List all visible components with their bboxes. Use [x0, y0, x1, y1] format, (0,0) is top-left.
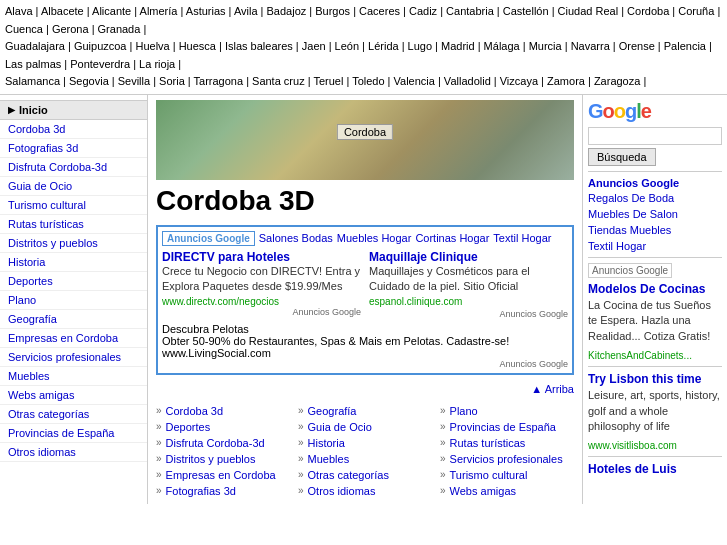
right-ad4-title[interactable]: Hoteles de Luis [588, 462, 722, 476]
right-ad-textil[interactable]: Textil Hogar [588, 240, 722, 252]
arriba-link[interactable]: ▲ Arriba [156, 383, 574, 395]
sidebar-item-otras[interactable]: Otras categorías [0, 405, 147, 424]
links-col-3: Plano Provincias de España Rutas turísti… [440, 403, 574, 499]
divider-2 [588, 257, 722, 258]
right-ad3-body: Leisure, art, sports, history, golf and … [588, 388, 722, 434]
divider-1 [588, 171, 722, 172]
link-muebles[interactable]: Muebles [298, 451, 432, 467]
ad2-body: Maquillajes y Cosméticos para el Cuidado… [369, 265, 530, 292]
right-ad-muebles-salon[interactable]: Muebles De Salon [588, 208, 722, 220]
ad3-url: www.LivingSocial.com [162, 347, 271, 359]
links-col-1: Cordoba 3d Deportes Disfruta Cordoba-3d … [156, 403, 290, 499]
hero-city-label: Cordoba [337, 124, 393, 140]
link-cordoba3d[interactable]: Cordoba 3d [156, 403, 290, 419]
link-guiaocio[interactable]: Guia de Ocio [298, 419, 432, 435]
link-historia[interactable]: Historia [298, 435, 432, 451]
ads-header: Anuncios Google Salones Bodas Muebles Ho… [162, 231, 568, 246]
sidebar-item-webs[interactable]: Webs amigas [0, 386, 147, 405]
link-webs[interactable]: Webs amigas [440, 483, 574, 499]
sidebar-item-disfruta[interactable]: Disfruta Cordoba-3d [0, 158, 147, 177]
link-deportes[interactable]: Deportes [156, 419, 290, 435]
sidebar-item-empresas[interactable]: Empresas en Cordoba [0, 329, 147, 348]
ad1-url: www.directv.com/negocios [162, 296, 279, 307]
divider-3 [588, 366, 722, 367]
sidebar-item-fotografias3d[interactable]: Fotografias 3d [0, 139, 147, 158]
sidebar-item-historia[interactable]: Historia [0, 253, 147, 272]
ads-link-cortinas[interactable]: Cortinas Hogar [415, 232, 489, 244]
ad-col-2: Maquillaje Clinique Maquillajes y Cosmét… [369, 250, 568, 319]
link-geografia[interactable]: Geografía [298, 403, 432, 419]
ad1-anuncios-small: Anuncios Google [162, 307, 361, 317]
sidebar-item-distritos[interactable]: Distritos y pueblos [0, 234, 147, 253]
right-ad2-body: La Cocina de tus Sueños te Espera. Hazla… [588, 298, 722, 344]
google-logo: Google [588, 100, 722, 123]
arrow-icon: ▶ [8, 105, 15, 115]
ad-col-1: DIRECTV para Hoteles Crece tu Negocio co… [162, 250, 361, 319]
link-servicios[interactable]: Servicios profesionales [440, 451, 574, 467]
links-col-2: Geografía Guia de Ocio Historia Muebles … [298, 403, 432, 499]
top-nav: Alava | Albacete | Alicante | Almería | … [0, 0, 727, 95]
sidebar: ▶ Inicio Cordoba 3d Fotografias 3d Disfr… [0, 95, 148, 504]
link-disfruta[interactable]: Disfruta Cordoba-3d [156, 435, 290, 451]
link-turismo[interactable]: Turismo cultural [440, 467, 574, 483]
right-ad3-url: www.visitlisboa.com [588, 440, 722, 451]
google-search-box: Búsqueda [588, 127, 722, 166]
sidebar-item-guiaocio[interactable]: Guia de Ocio [0, 177, 147, 196]
sidebar-item-otros-idiomas[interactable]: Otros idiomas [0, 443, 147, 462]
sidebar-item-plano[interactable]: Plano [0, 291, 147, 310]
sidebar-item-deportes[interactable]: Deportes [0, 272, 147, 291]
right-sidebar: Google Búsqueda Anuncios Google Regalos … [582, 95, 727, 504]
right-ad2-url: KitchensAndCabinets... [588, 350, 722, 361]
link-provincias[interactable]: Provincias de España [440, 419, 574, 435]
google-search-input[interactable] [588, 127, 722, 145]
sidebar-item-muebles[interactable]: Muebles [0, 367, 147, 386]
ad2-url: espanol.clinique.com [369, 296, 462, 307]
ad3-title[interactable]: Descubra Pelotas [162, 323, 249, 335]
link-fotografias[interactable]: Fotografias 3d [156, 483, 290, 499]
sidebar-item-servicios[interactable]: Servicios profesionales [0, 348, 147, 367]
top-nav-links: Alava | Albacete | Alicante | Almería | … [5, 5, 720, 87]
link-distritos[interactable]: Distritos y pueblos [156, 451, 290, 467]
link-empresas[interactable]: Empresas en Cordoba [156, 467, 290, 483]
sidebar-item-rutas[interactable]: Rutas turísticas [0, 215, 147, 234]
anuncios-google-right: Anuncios Google [588, 263, 672, 278]
ads-block: Anuncios Google Salones Bodas Muebles Ho… [156, 225, 574, 375]
sidebar-section-inicio[interactable]: ▶ Inicio [0, 100, 147, 120]
link-plano[interactable]: Plano [440, 403, 574, 419]
ad2-anuncios-small: Anuncios Google [369, 309, 568, 319]
main-content: Cordoba Cordoba 3D Anuncios Google Salon… [148, 95, 582, 504]
ads-link-muebles[interactable]: Muebles Hogar [337, 232, 412, 244]
sidebar-item-cordoba3d[interactable]: Cordoba 3d [0, 120, 147, 139]
page-title: Cordoba 3D [156, 185, 574, 217]
link-otras[interactable]: Otras categorías [298, 467, 432, 483]
link-otros-idiomas[interactable]: Otros idiomas [298, 483, 432, 499]
arriba-anchor[interactable]: ▲ Arriba [531, 383, 574, 395]
ad1-title[interactable]: DIRECTV para Hoteles [162, 250, 290, 264]
ad3-anuncios-small: Anuncios Google [162, 359, 568, 369]
google-search-button[interactable]: Búsqueda [588, 148, 656, 166]
sidebar-item-provincias[interactable]: Provincias de España [0, 424, 147, 443]
hero-image: Cordoba [156, 100, 574, 180]
sidebar-item-geografia[interactable]: Geografía [0, 310, 147, 329]
right-ads-title: Anuncios Google [588, 177, 722, 189]
right-ad2-title[interactable]: Modelos De Cocinas [588, 282, 722, 296]
right-ad3-title[interactable]: Try Lisbon this time [588, 372, 722, 386]
ad2-title[interactable]: Maquillaje Clinique [369, 250, 478, 264]
sidebar-item-turismo[interactable]: Turismo cultural [0, 196, 147, 215]
ad3-row: Descubra Pelotas Obter 50-90% do Restaur… [162, 323, 568, 369]
right-ad-tiendas[interactable]: Tiendas Muebles [588, 224, 722, 236]
ad1-body: Crece tu Negocio con DIRECTV! Entra y Ex… [162, 265, 360, 292]
link-rutas[interactable]: Rutas turísticas [440, 435, 574, 451]
sidebar-inicio-label: Inicio [19, 104, 48, 116]
ads-link-textil[interactable]: Textil Hogar [493, 232, 551, 244]
links-grid: Cordoba 3d Deportes Disfruta Cordoba-3d … [156, 403, 574, 499]
ads-link-salones[interactable]: Salones Bodas [259, 232, 333, 244]
divider-4 [588, 456, 722, 457]
anuncios-google-badge: Anuncios Google [162, 231, 255, 246]
ad3-body: Obter 50-90% do Restaurantes, Spas & Mai… [162, 335, 509, 347]
ads-columns: DIRECTV para Hoteles Crece tu Negocio co… [162, 250, 568, 319]
right-ad-regalos[interactable]: Regalos De Boda [588, 192, 722, 204]
